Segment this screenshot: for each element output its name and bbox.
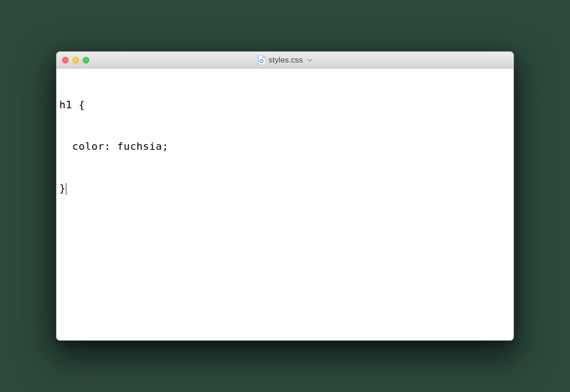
svg-rect-2 [261, 59, 262, 60]
code-line-3-wrapper: } [59, 182, 511, 196]
title-center[interactable]: styles.css [258, 56, 313, 65]
code-line-1: h1 { [59, 98, 511, 112]
editor-window: styles.css h1 { color: fuchsia; } [56, 51, 514, 341]
zoom-button[interactable] [83, 57, 89, 63]
chevron-down-icon[interactable] [307, 56, 312, 63]
text-cursor [66, 183, 67, 195]
editor-content[interactable]: h1 { color: fuchsia; } [57, 69, 513, 340]
code-line-3: } [59, 182, 66, 194]
minimize-button[interactable] [72, 57, 79, 63]
css-file-icon [258, 56, 265, 65]
window-title: styles.css [269, 56, 303, 65]
titlebar[interactable]: styles.css [57, 52, 513, 69]
code-line-2: color: fuchsia; [59, 140, 511, 154]
svg-point-1 [260, 60, 263, 62]
close-button[interactable] [62, 57, 69, 63]
traffic-lights [62, 57, 89, 63]
